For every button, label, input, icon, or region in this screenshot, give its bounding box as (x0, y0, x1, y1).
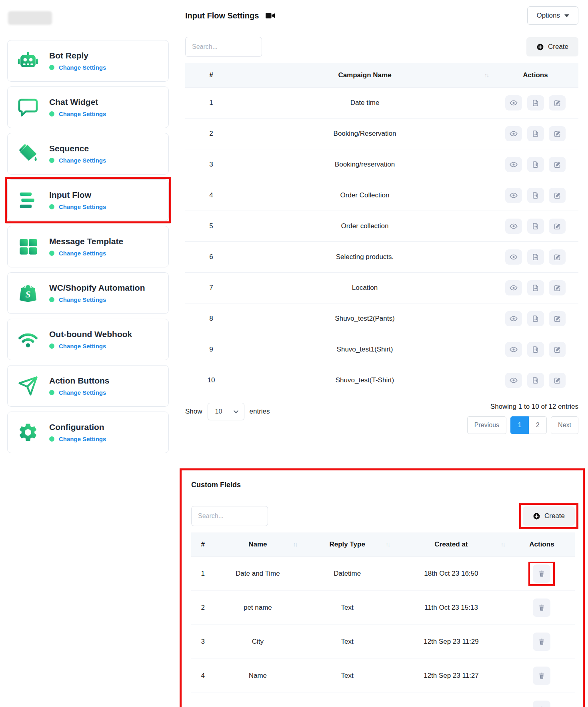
sidebar-item-action-buttons[interactable]: Action Buttons Change Settings (7, 365, 169, 407)
showing-entries-text: Showing 1 to 10 of 12 entries (490, 403, 578, 411)
change-settings-link[interactable]: Change Settings (59, 203, 106, 210)
change-settings-link[interactable]: Change Settings (59, 110, 106, 117)
change-settings-link[interactable]: Change Settings (59, 296, 106, 303)
actions-cell (492, 273, 578, 303)
change-settings-link[interactable]: Change Settings (59, 343, 106, 349)
edit-button[interactable] (549, 95, 566, 110)
show-label: Show (185, 408, 202, 416)
edit-button[interactable] (549, 373, 566, 388)
created-at-cell: 11th May 23 11:05 (394, 693, 509, 707)
view-button[interactable] (505, 188, 522, 203)
sidebar-item-message-template[interactable]: Message Template Change Settings (7, 226, 169, 267)
export-button[interactable] (527, 188, 544, 203)
delete-button[interactable] (533, 667, 550, 685)
next-page-button[interactable]: Next (551, 416, 578, 434)
options-button[interactable]: Options (527, 6, 578, 25)
sort-icon[interactable]: ↑↓ (293, 541, 297, 548)
sidebar-item-text: Bot Reply Change Settings (49, 51, 106, 71)
input-flow-bars-icon (17, 189, 39, 211)
edit-button[interactable] (549, 126, 566, 141)
sidebar-item-wc-shopify-automation[interactable]: S WC/Shopify Automation Change Settings (7, 272, 169, 314)
page-1-button[interactable]: 1 (510, 416, 529, 434)
view-button[interactable] (505, 249, 522, 265)
change-settings-link[interactable]: Change Settings (59, 389, 106, 396)
view-button[interactable] (505, 126, 522, 141)
file-export-icon (532, 315, 539, 322)
export-button[interactable] (527, 126, 544, 141)
edit-button[interactable] (549, 188, 566, 203)
campaign-create-button[interactable]: Create (526, 37, 578, 56)
view-button[interactable] (505, 342, 522, 357)
change-settings-link[interactable]: Change Settings (59, 64, 106, 71)
edit-button[interactable] (549, 280, 566, 295)
create-label: Create (548, 43, 568, 51)
campaign-search-input[interactable] (185, 37, 262, 57)
custom-fields-header-row: # Name ↑↓ Reply Type ↑↓ Created at ↑↓ (191, 532, 575, 557)
sort-icon[interactable]: ↑↓ (501, 541, 505, 548)
delete-button[interactable] (533, 564, 550, 583)
sidebar-item-text: Out-bound Webhook Change Settings (49, 329, 132, 349)
reply-type-cell: Text (301, 693, 394, 707)
row-number: 5 (191, 693, 214, 707)
trash-icon (538, 570, 545, 578)
main-content: Input Flow Settings Options Create # (177, 0, 588, 707)
edit-pencil-icon (554, 223, 561, 230)
view-button[interactable] (505, 280, 522, 295)
campaign-table: # Campaign Name ↑↓ Actions 1 Date time (185, 63, 578, 396)
sidebar-item-chat-widget[interactable]: Chat Widget Change Settings (7, 86, 169, 128)
delete-button[interactable] (533, 633, 550, 651)
table-row: 10 Shuvo_test(T-Shirt) (185, 365, 578, 396)
sidebar-item-sequence[interactable]: Sequence Change Settings (7, 133, 169, 175)
row-number: 6 (185, 242, 237, 273)
export-button[interactable] (527, 95, 544, 110)
view-button[interactable] (505, 219, 522, 234)
sidebar-item-input-flow[interactable]: Input Flow Change Settings (7, 179, 169, 221)
custom-fields-table-body: 1 Date and Time Datetime 18th Oct 23 16:… (191, 557, 575, 707)
sidebar-item-text: Input Flow Change Settings (49, 190, 106, 210)
edit-button[interactable] (549, 219, 566, 234)
export-button[interactable] (527, 219, 544, 234)
sidebar-item-outbound-webhook[interactable]: Out-bound Webhook Change Settings (7, 319, 169, 360)
view-button[interactable] (505, 95, 522, 110)
export-button[interactable] (527, 157, 544, 172)
edit-button[interactable] (549, 311, 566, 326)
sort-icon[interactable]: ↑↓ (484, 72, 488, 78)
video-camera-icon[interactable] (265, 11, 275, 20)
trash-icon (538, 604, 545, 612)
custom-fields-create-button[interactable]: Create (523, 506, 575, 526)
custom-fields-search-input[interactable] (191, 506, 268, 526)
entries-per-page-select[interactable]: 10 (208, 403, 244, 420)
previous-page-button[interactable]: Previous (467, 416, 506, 434)
delete-button[interactable] (533, 701, 550, 707)
table-row: 8 Shuvo_test2(Pants) (185, 303, 578, 334)
export-button[interactable] (527, 249, 544, 265)
change-settings-link[interactable]: Change Settings (59, 250, 106, 257)
edit-pencil-icon (554, 377, 561, 384)
sort-icon[interactable]: ↑↓ (386, 541, 390, 548)
app-logo (8, 11, 52, 25)
page-2-button[interactable]: 2 (528, 416, 547, 434)
actions-cell (509, 625, 575, 659)
campaign-name-cell: Shuvo_test1(Shirt) (237, 334, 492, 365)
export-button[interactable] (527, 373, 544, 388)
sidebar-item-title: Out-bound Webhook (49, 329, 132, 339)
edit-button[interactable] (549, 249, 566, 265)
view-button[interactable] (505, 311, 522, 326)
export-button[interactable] (527, 311, 544, 326)
change-settings-link[interactable]: Change Settings (59, 436, 106, 442)
eye-icon (510, 315, 518, 323)
edit-button[interactable] (549, 157, 566, 172)
view-button[interactable] (505, 373, 522, 388)
export-button[interactable] (527, 280, 544, 295)
change-settings-link[interactable]: Change Settings (59, 157, 106, 164)
view-button[interactable] (505, 157, 522, 172)
export-button[interactable] (527, 342, 544, 357)
sidebar-item-configuration[interactable]: Configuration Change Settings (7, 412, 169, 453)
delete-button[interactable] (533, 599, 550, 617)
edit-button[interactable] (549, 342, 566, 357)
edit-pencil-icon (554, 346, 561, 354)
sidebar-item-bot-reply[interactable]: Bot Reply Change Settings (7, 40, 169, 82)
reply-type-cell: Datetime (301, 557, 394, 591)
custom-fields-table: # Name ↑↓ Reply Type ↑↓ Created at ↑↓ (191, 532, 575, 707)
sidebar-item-text: Message Template Change Settings (49, 237, 123, 257)
